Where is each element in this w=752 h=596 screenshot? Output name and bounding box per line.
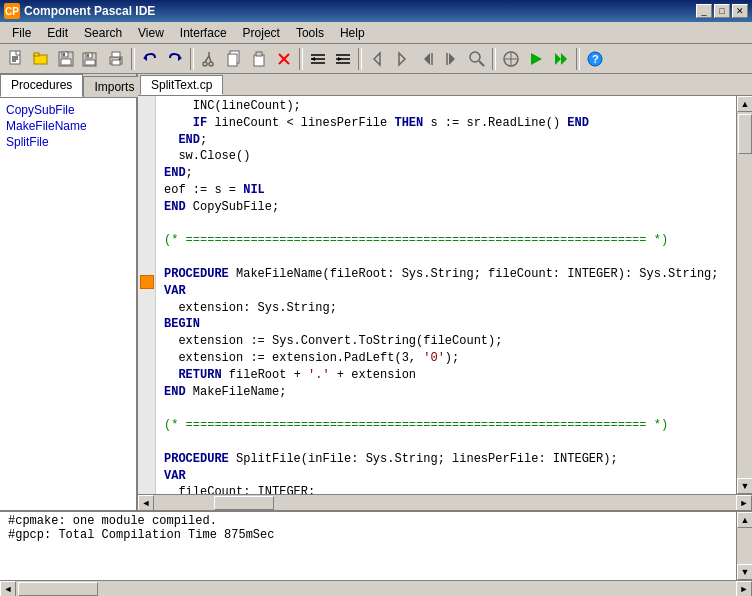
open-button[interactable] — [29, 47, 53, 71]
title-bar: CP Component Pascal IDE _ □ ✕ — [0, 0, 752, 22]
sep5 — [492, 48, 496, 70]
content-area: Procedures Imports CopySubFile MakeFileN… — [0, 74, 752, 510]
svg-point-17 — [119, 58, 121, 60]
horizontal-scrollbar: ◄ ► — [138, 494, 752, 510]
debug-button[interactable] — [549, 47, 573, 71]
scroll-thumb[interactable] — [738, 114, 752, 154]
menu-interface[interactable]: Interface — [172, 24, 235, 42]
svg-text:?: ? — [592, 53, 599, 65]
sep1 — [131, 48, 135, 70]
bottom-h-scroll-thumb[interactable] — [18, 582, 98, 596]
list-item[interactable]: MakeFileName — [2, 118, 134, 134]
list-item[interactable]: SplitFile — [2, 134, 134, 150]
cut-button[interactable] — [197, 47, 221, 71]
save-all-button[interactable] — [79, 47, 103, 71]
procedure-list: CopySubFile MakeFileName SplitFile — [0, 98, 136, 510]
left-tabs: Procedures Imports — [0, 74, 136, 98]
scroll-down-button[interactable]: ▼ — [737, 478, 752, 494]
output-scrollbar: ▲ ▼ — [736, 512, 752, 580]
paste-button[interactable] — [247, 47, 271, 71]
menu-view[interactable]: View — [130, 24, 172, 42]
back-button[interactable] — [365, 47, 389, 71]
maximize-button[interactable]: □ — [714, 4, 730, 18]
sep6 — [576, 48, 580, 70]
editor-tabs: SplitText.cp — [138, 74, 752, 96]
svg-marker-52 — [561, 53, 567, 65]
title-bar-left: CP Component Pascal IDE — [4, 3, 155, 19]
left-panel: Procedures Imports CopySubFile MakeFileN… — [0, 74, 138, 510]
search-icon[interactable] — [465, 47, 489, 71]
forward-button[interactable] — [390, 47, 414, 71]
close-button[interactable]: ✕ — [732, 4, 748, 18]
sep4 — [358, 48, 362, 70]
outdent-button[interactable] — [331, 47, 355, 71]
minimize-button[interactable]: _ — [696, 4, 712, 18]
redo-button[interactable] — [163, 47, 187, 71]
code-scroll[interactable]: INC(lineCount); IF lineCount < linesPerF… — [156, 96, 736, 494]
print-button[interactable] — [104, 47, 128, 71]
h-scroll-left-button[interactable]: ◄ — [138, 495, 154, 511]
h-scroll-thumb[interactable] — [214, 496, 274, 510]
output-scroll-track[interactable] — [737, 528, 752, 564]
line-indicator — [138, 96, 156, 494]
undo-button[interactable] — [138, 47, 162, 71]
output-scroll-up[interactable]: ▲ — [737, 512, 752, 528]
svg-marker-50 — [531, 53, 542, 65]
svg-point-45 — [470, 52, 480, 62]
bookmark-next-button[interactable] — [440, 47, 464, 71]
bottom-h-scroll-left[interactable]: ◄ — [0, 581, 16, 596]
svg-line-23 — [209, 56, 211, 62]
bookmark-prev-button[interactable] — [415, 47, 439, 71]
tab-imports[interactable]: Imports — [83, 76, 145, 97]
app-icon: CP — [4, 3, 20, 19]
output-content: #cpmake: one module compiled. #gpcp: Tot… — [0, 512, 736, 580]
build-button[interactable] — [499, 47, 523, 71]
h-scroll-track[interactable] — [154, 495, 736, 511]
output-scroll-down[interactable]: ▼ — [737, 564, 752, 580]
svg-marker-40 — [399, 53, 405, 65]
menu-tools[interactable]: Tools — [288, 24, 332, 42]
svg-rect-12 — [85, 60, 95, 65]
indent-button[interactable] — [306, 47, 330, 71]
menu-help[interactable]: Help — [332, 24, 373, 42]
svg-rect-5 — [34, 53, 39, 56]
new-file-button[interactable] — [4, 47, 28, 71]
run-button[interactable] — [524, 47, 548, 71]
svg-point-21 — [209, 62, 213, 66]
vertical-scrollbar: ▲ ▼ — [736, 96, 752, 494]
svg-rect-28 — [256, 52, 262, 56]
bottom-h-scroll-track[interactable] — [16, 581, 736, 596]
title-buttons: _ □ ✕ — [696, 4, 748, 18]
sep3 — [299, 48, 303, 70]
svg-rect-16 — [112, 60, 120, 65]
bottom-horizontal-scrollbar: ◄ ► — [0, 580, 752, 596]
svg-line-22 — [205, 56, 209, 62]
menu-project[interactable]: Project — [235, 24, 288, 42]
svg-marker-38 — [338, 57, 342, 61]
scroll-up-button[interactable]: ▲ — [737, 96, 752, 112]
copy-button[interactable] — [222, 47, 246, 71]
menu-edit[interactable]: Edit — [39, 24, 76, 42]
svg-rect-15 — [112, 52, 120, 57]
svg-marker-39 — [374, 53, 380, 65]
bottom-h-scroll-right[interactable]: ► — [736, 581, 752, 596]
menu-file[interactable]: File — [4, 24, 39, 42]
delete-button[interactable] — [272, 47, 296, 71]
help-button[interactable]: ? — [583, 47, 607, 71]
svg-rect-26 — [228, 54, 237, 66]
output-line: #cpmake: one module compiled. — [8, 514, 728, 528]
svg-marker-34 — [311, 57, 315, 61]
svg-marker-43 — [449, 53, 455, 65]
menu-bar: File Edit Search View Interface Project … — [0, 22, 752, 44]
svg-point-20 — [203, 62, 207, 66]
svg-rect-13 — [87, 54, 89, 57]
scroll-track[interactable] — [737, 112, 752, 478]
editor-tab-splittext[interactable]: SplitText.cp — [140, 75, 223, 95]
code-editor: INC(lineCount); IF lineCount < linesPerF… — [138, 96, 752, 494]
svg-line-46 — [479, 61, 484, 66]
h-scroll-right-button[interactable]: ► — [736, 495, 752, 511]
tab-procedures[interactable]: Procedures — [0, 74, 83, 97]
save-button[interactable] — [54, 47, 78, 71]
menu-search[interactable]: Search — [76, 24, 130, 42]
list-item[interactable]: CopySubFile — [2, 102, 134, 118]
